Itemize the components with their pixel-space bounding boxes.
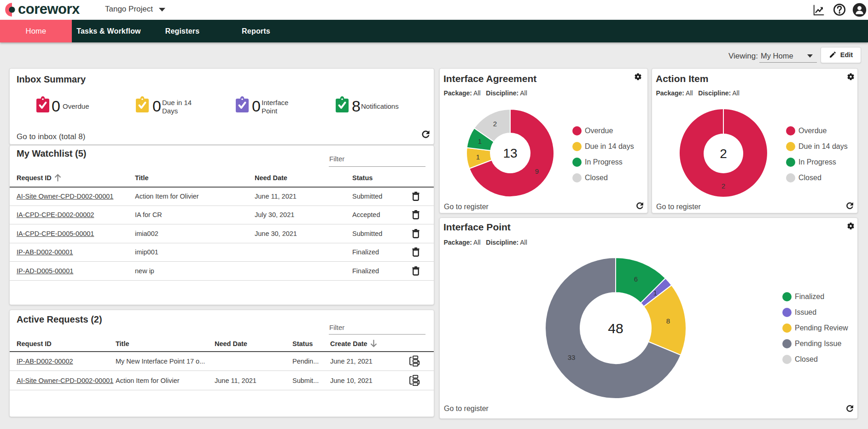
svg-text:13: 13 — [503, 146, 517, 160]
svg-text:8: 8 — [666, 317, 670, 325]
svg-text:1: 1 — [478, 137, 482, 145]
svg-text:2: 2 — [722, 182, 725, 190]
svg-text:48: 48 — [608, 321, 623, 336]
svg-text:33: 33 — [568, 353, 576, 361]
svg-text:1: 1 — [653, 289, 657, 297]
svg-text:2: 2 — [493, 120, 497, 128]
svg-text:9: 9 — [535, 167, 539, 175]
svg-text:1: 1 — [476, 153, 480, 161]
svg-text:6: 6 — [634, 275, 638, 283]
svg-text:2: 2 — [720, 147, 727, 161]
